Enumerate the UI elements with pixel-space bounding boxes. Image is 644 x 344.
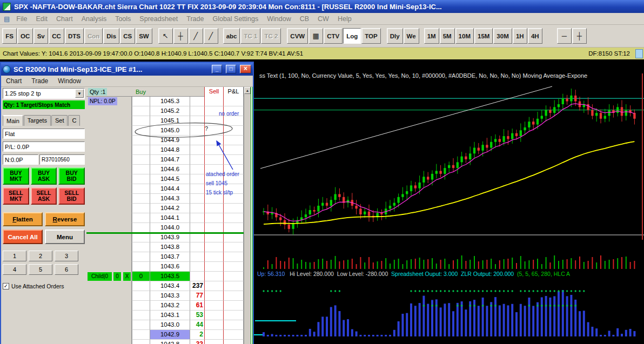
toolbar-button-tc-1[interactable]: TC 1 <box>240 28 260 44</box>
sell-cell[interactable] <box>204 291 224 301</box>
toolbar-button-15m[interactable]: 15M <box>474 28 493 44</box>
position-status-field[interactable]: Flat <box>3 129 85 139</box>
pl-cell[interactable] <box>224 252 244 262</box>
chevron-down-icon[interactable]: ▼ <box>75 89 84 98</box>
buy-cell[interactable] <box>132 252 150 262</box>
minimize-button[interactable]: _ <box>212 65 222 73</box>
buy-mkt-button[interactable]: BUY MKT <box>3 167 29 185</box>
buy-cell[interactable] <box>132 262 150 272</box>
buy-cell[interactable] <box>132 291 150 301</box>
buy-bid-button[interactable]: BUY BID <box>58 167 85 185</box>
toolbar-button-top[interactable]: TOP <box>361 28 380 44</box>
price-cell[interactable]: 1045.0 <box>150 126 190 136</box>
sell-cell[interactable] <box>204 272 224 281</box>
price-cell[interactable]: 1044.3 <box>150 194 190 204</box>
price-cell[interactable]: 1043.2 <box>150 301 190 311</box>
toolbar-button-cs[interactable]: CS <box>120 28 135 44</box>
scroll-up-icon[interactable]: ▲ <box>244 87 251 94</box>
pl-cell[interactable] <box>224 233 244 242</box>
toolbar-button-oc[interactable]: OC <box>17 28 33 44</box>
sell-cell[interactable] <box>204 116 224 126</box>
toolbar-button-fs[interactable]: FS <box>2 28 17 44</box>
volume-profile-icon[interactable]: ▦ <box>308 28 323 44</box>
toolbar-button-dly[interactable]: Dly <box>387 28 403 44</box>
sell-ask-button[interactable]: SELL ASK <box>31 187 57 205</box>
buy-cell[interactable] <box>132 155 150 165</box>
toolbar-button-sv[interactable]: Sv <box>33 28 48 44</box>
buy-cell[interactable] <box>132 136 150 145</box>
pl-cell[interactable] <box>224 330 244 340</box>
price-cell[interactable]: 1043.5 <box>150 272 190 281</box>
account-field[interactable]: R37010560 <box>39 154 85 165</box>
dom-title-bar[interactable]: SC R2000 Ind Mini-Sep13-ICE_IPE #1... _ … <box>1 63 253 76</box>
toolbar-button-cvw[interactable]: CVW <box>287 28 308 44</box>
menu-cb[interactable]: CB <box>296 15 313 23</box>
trendline-tool-icon[interactable]: ╱ <box>189 28 203 44</box>
pointer-tool-icon[interactable]: ↖ <box>158 28 173 44</box>
sell-cell[interactable] <box>204 320 224 330</box>
toolbar-button-4h[interactable]: 4H <box>528 28 542 44</box>
toolbar-button-sw[interactable]: SW <box>136 28 152 44</box>
toolbar-button-dts[interactable]: DTS <box>65 28 84 44</box>
buy-cell[interactable] <box>132 165 150 174</box>
pl-cell[interactable] <box>224 213 244 223</box>
price-cell[interactable]: 1043.1 <box>150 311 190 320</box>
sell-cell[interactable] <box>204 281 224 291</box>
sell-mkt-button[interactable]: SELL MKT <box>3 187 29 205</box>
pl-cell[interactable] <box>224 204 244 213</box>
tab-c[interactable]: C <box>68 115 80 126</box>
toolbar-button-1m[interactable]: 1M <box>424 28 439 44</box>
menu-edit[interactable]: Edit <box>32 15 52 23</box>
pl-cell[interactable] <box>224 155 244 165</box>
price-cell[interactable]: 1043.3 <box>150 291 190 301</box>
quantity-button-5[interactable]: 5 <box>29 264 52 275</box>
price-cell[interactable]: 1042.8 <box>150 340 190 344</box>
toolbar-button-con[interactable]: Con <box>84 28 103 44</box>
pl-cell[interactable] <box>224 272 244 281</box>
quantity-button-1[interactable]: 1 <box>3 251 26 261</box>
pl-cell[interactable] <box>224 126 244 136</box>
toolbar-button-10m[interactable]: 10M <box>455 28 474 44</box>
sell-column-header[interactable]: Sell <box>204 87 224 97</box>
sell-cell[interactable] <box>204 136 224 145</box>
buy-cell[interactable]: 0 <box>132 272 150 281</box>
price-cell[interactable]: 1044.9 <box>150 136 190 145</box>
pl-cell[interactable] <box>224 145 244 155</box>
sell-cell[interactable] <box>204 252 224 262</box>
dom-menu-chart[interactable]: Chart <box>1 77 26 85</box>
price-cell[interactable]: 1045.3 <box>150 97 190 106</box>
price-cell[interactable]: 1044.2 <box>150 204 190 213</box>
price-cell[interactable]: 1043.7 <box>150 252 190 262</box>
price-cell[interactable]: 1043.4 <box>150 281 190 291</box>
sell-cell[interactable] <box>204 242 224 252</box>
dom-menu-trade[interactable]: Trade <box>26 77 53 85</box>
pl-cell[interactable] <box>224 242 244 252</box>
buy-cell[interactable] <box>132 145 150 155</box>
price-cell[interactable]: 1043.8 <box>150 242 190 252</box>
menu-trade[interactable]: Trade <box>182 15 208 23</box>
menu-window[interactable]: Window <box>263 15 295 23</box>
net-pl-field[interactable]: N:0.0P <box>3 154 38 165</box>
price-cell[interactable]: 1044.8 <box>150 145 190 155</box>
quantity-button-4[interactable]: 4 <box>3 264 26 275</box>
dom-menu-window[interactable]: Window <box>53 77 86 85</box>
price-cell[interactable]: 1045.1 <box>150 116 190 126</box>
sell-cell[interactable] <box>204 311 224 320</box>
menu-tools[interactable]: Tools <box>111 15 135 23</box>
price-cell[interactable]: 1043.6 <box>150 262 190 272</box>
buy-cell[interactable] <box>132 97 150 106</box>
buy-cell[interactable] <box>132 311 150 320</box>
pl-cell[interactable] <box>224 97 244 106</box>
sell-cell[interactable] <box>204 204 224 213</box>
toolbar-button-abc[interactable]: abc <box>223 28 240 44</box>
price-cell[interactable]: 1044.6 <box>150 165 190 174</box>
restore-button[interactable]: □ <box>226 65 236 73</box>
price-cell[interactable]: 1044.7 <box>150 155 190 165</box>
tab-targets[interactable]: Targets <box>24 115 51 126</box>
pl-cell[interactable] <box>224 223 244 233</box>
price-cell[interactable]: 1044.5 <box>150 174 190 184</box>
toolbar-button-1h[interactable]: 1H <box>513 28 527 44</box>
pl-cell[interactable] <box>224 311 244 320</box>
buy-cell[interactable] <box>132 301 150 311</box>
pl-cell[interactable] <box>224 116 244 126</box>
